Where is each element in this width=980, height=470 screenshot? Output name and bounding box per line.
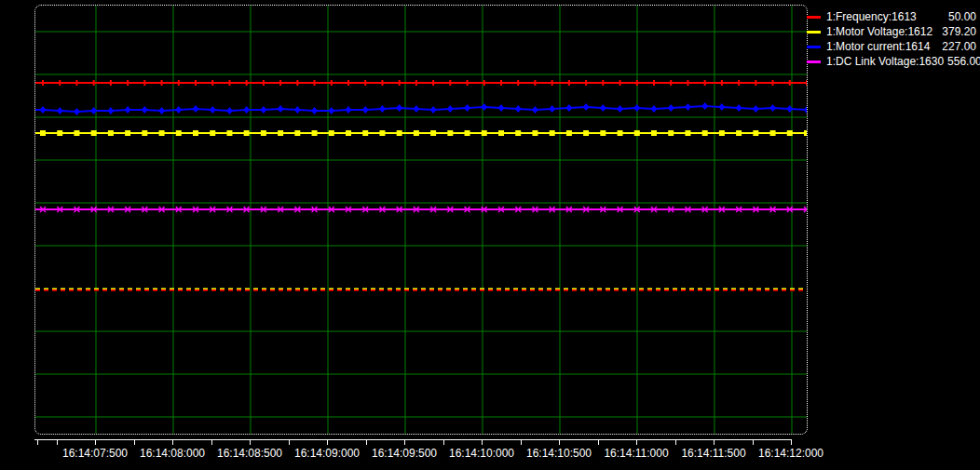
plus-marker-icon [244,80,250,86]
plus-marker-icon [294,80,300,86]
square-marker-icon [583,130,589,136]
legend-signal-value: 379.20 [938,25,976,38]
x-axis-tick [250,439,251,445]
diamond-marker-icon [346,106,352,114]
diamond-marker-icon [753,105,759,113]
square-marker-icon [430,130,436,136]
diamond-marker-icon [685,103,691,111]
plus-marker-icon [329,80,334,86]
plus-marker-icon [261,80,266,86]
diamond-marker-icon [718,103,725,111]
square-marker-icon [210,130,215,136]
x-axis: 16:14:07:50016:14:08:00016:14:08:50016:1… [34,434,836,470]
diamond-marker-icon [600,104,606,112]
plus-marker-icon [804,80,807,86]
plus-marker-icon [108,80,114,86]
plus-marker-icon [379,80,385,86]
plot-area[interactable] [34,5,808,435]
x-axis-tick [327,439,328,445]
diamond-marker-icon [668,104,674,112]
square-marker-icon [465,130,470,136]
diamond-marker-icon [328,107,334,114]
plus-marker-icon [465,80,470,86]
magenta-line-swatch [807,60,821,63]
diamond-marker-icon [142,106,148,114]
plus-marker-icon [193,80,198,86]
x-axis-tick [753,439,754,445]
diamond-marker-icon [736,104,742,112]
x-axis-tick [289,439,290,445]
diamond-marker-icon [701,102,708,110]
diamond-marker-icon [413,105,419,113]
diamond-marker-icon [362,106,369,114]
diamond-marker-icon [617,105,623,113]
legend-signal-label: 1:Motor Voltage:1612 [826,25,932,38]
x-axis-tick [559,439,560,445]
square-marker-icon [278,130,283,136]
square-marker-icon [447,130,453,136]
diamond-marker-icon [464,104,470,112]
legend-signal-label: 1:Motor current:1614 [826,40,930,53]
square-marker-icon [379,130,385,136]
legend-entry[interactable]: 1:Frequency:161350.00 [807,9,976,24]
diamond-marker-icon [633,104,640,112]
square-marker-icon [159,130,165,136]
x-axis-tick-label: 16:14:08:500 [208,447,292,460]
plus-marker-icon [600,80,606,86]
diamond-marker-icon [498,104,505,112]
red-line-swatch [807,16,821,19]
x-axis-tick [57,439,58,445]
plus-marker-icon [685,80,690,86]
square-marker-icon [329,130,334,136]
square-marker-icon [515,130,521,136]
legend-entry[interactable]: 1:Motor current:1614227.00 [807,39,976,54]
plus-marker-icon [346,80,351,86]
x-axis-tick [37,439,38,445]
diamond-marker-icon [430,106,437,114]
square-marker-icon [719,130,725,136]
legend-entry[interactable]: 1:Motor Voltage:1612379.20 [807,24,976,39]
legend-signal-value: 50.00 [945,10,976,23]
blue-line-swatch [807,46,821,48]
diamond-marker-icon [379,105,386,113]
plus-marker-icon [618,80,623,86]
square-marker-icon [804,130,807,136]
x-axis-tick [134,439,135,445]
diamond-marker-icon [311,107,318,114]
diamond-marker-icon [278,105,284,113]
x-axis-tick [366,439,367,445]
plus-marker-icon [566,80,572,86]
x-axis-tick [598,439,599,445]
diamond-marker-icon [532,106,538,114]
x-axis-tick [714,439,715,445]
plus-marker-icon [634,80,640,86]
square-marker-icon [634,130,640,136]
diamond-marker-icon [481,103,487,111]
x-axis-tick [211,439,212,445]
yellow-line-swatch [807,31,821,34]
diamond-marker-icon [804,106,808,114]
square-marker-icon [91,130,97,136]
plus-marker-icon [278,80,283,86]
square-marker-icon [414,130,419,136]
legend-entry[interactable]: 1:DC Link Voltage:1630556.00 [807,54,976,69]
diamond-marker-icon [175,106,182,114]
diamond-marker-icon [243,106,250,114]
x-axis-tick-label: 16:14:10:500 [517,447,601,460]
square-marker-icon [787,130,793,136]
legend-signal-label: 1:DC Link Voltage:1630 [826,55,944,68]
square-marker-icon [668,130,674,136]
x-axis-tick [521,439,522,445]
plus-marker-icon [125,80,130,86]
diamond-marker-icon [193,105,199,113]
square-marker-icon [108,130,114,136]
plus-marker-icon [736,80,742,86]
square-marker-icon [618,130,623,136]
diamond-marker-icon [57,107,63,114]
x-axis-tick-label: 16:14:09:000 [285,447,369,460]
square-marker-icon [176,130,182,136]
square-marker-icon [226,130,232,136]
x-axis-tick [675,439,676,445]
square-marker-icon [244,130,250,136]
plus-marker-icon [651,80,657,86]
